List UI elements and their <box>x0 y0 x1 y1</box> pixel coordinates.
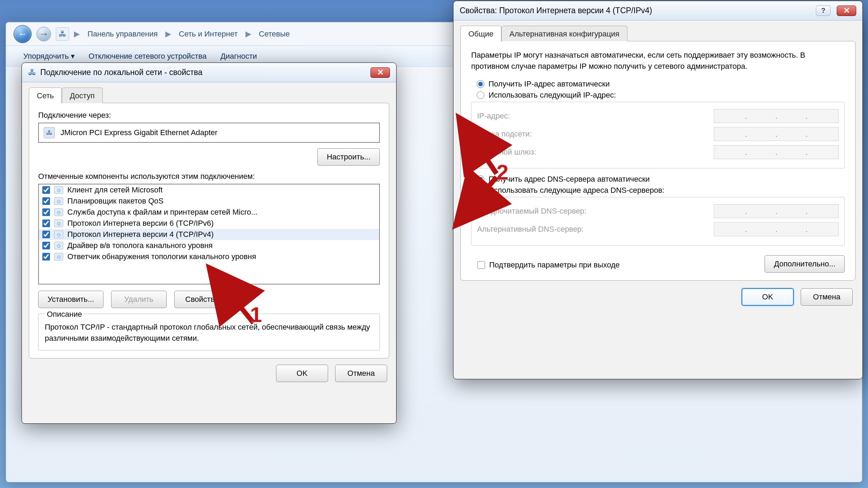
checkbox-input[interactable] <box>42 186 50 194</box>
radio-input[interactable] <box>477 175 484 183</box>
component-label: Протокол Интернета версии 4 (TCP/IPv4) <box>67 230 214 239</box>
components-list[interactable]: ◇Клиент для сетей Microsoft◇Планировщик … <box>38 184 380 284</box>
network-icon: 🖧 <box>28 68 36 77</box>
advanced-button[interactable]: Дополнительно... <box>765 255 845 273</box>
tab-network[interactable]: Сеть <box>29 88 62 103</box>
adapter-field[interactable]: 🖧 JMicron PCI Express Gigabit Ethernet A… <box>38 123 380 143</box>
toolbar-diagnose[interactable]: Диагности <box>220 52 257 61</box>
radio-label: Получить IP-адрес автоматически <box>489 80 610 89</box>
list-item[interactable]: ◇Ответчик обнаружения топологии канально… <box>39 251 379 262</box>
dns2-input: ... <box>714 222 839 236</box>
tab-access[interactable]: Доступ <box>62 88 103 103</box>
dialog-title: Свойства: Протокол Интернета версии 4 (T… <box>460 6 652 15</box>
help-button[interactable]: ? <box>816 6 831 16</box>
ip-input: ... <box>714 109 839 123</box>
mask-label: Маска подсети: <box>477 130 532 139</box>
protocol-icon: ◇ <box>54 242 63 249</box>
adapter-name: JMicron PCI Express Gigabit Ethernet Ada… <box>60 128 217 137</box>
dialog-titlebar[interactable]: Свойства: Протокол Интернета версии 4 (T… <box>453 1 862 20</box>
protocol-icon: ◇ <box>54 197 63 205</box>
ipv4-properties-dialog: Свойства: Протокол Интернета версии 4 (T… <box>453 1 863 379</box>
radio-label: Использовать следующий IP-адрес: <box>489 91 616 100</box>
protocol-icon: ◇ <box>54 231 63 238</box>
checkbox-input[interactable] <box>42 242 50 249</box>
nic-icon: 🖧 <box>44 127 55 138</box>
ok-button[interactable]: OK <box>742 288 794 306</box>
back-button[interactable]: ← <box>14 25 32 43</box>
list-item[interactable]: ◇Протокол Интернета версии 4 (TCP/IPv4) <box>39 229 379 240</box>
mask-input: ... <box>714 127 839 141</box>
connection-properties-dialog: 🖧 Подключение по локальной сети - свойст… <box>22 63 397 424</box>
tab-alt-config[interactable]: Альтернативная конфигурация <box>501 26 627 41</box>
tab-panel-network: Подключение через: 🖧 JMicron PCI Express… <box>29 103 389 358</box>
components-label: Отмеченные компоненты используются этим … <box>38 172 380 181</box>
breadcrumb[interactable]: Панель управления <box>85 30 160 39</box>
description-label: Описание <box>45 310 84 319</box>
chevron-right-icon: ▶ <box>245 30 251 39</box>
close-button[interactable]: ✕ <box>837 6 856 16</box>
tab-panel-general: Параметры IP могут назначаться автоматич… <box>460 41 856 281</box>
checkbox-input[interactable] <box>42 253 50 260</box>
protocol-icon: ◇ <box>54 186 63 194</box>
dialog-titlebar[interactable]: 🖧 Подключение по локальной сети - свойст… <box>22 63 396 82</box>
checkbox-input[interactable] <box>42 220 50 227</box>
protocol-icon: ◇ <box>54 220 63 227</box>
radio-input[interactable] <box>477 91 484 99</box>
gateway-input: ... <box>714 145 839 159</box>
description-group: Описание Протокол TCP/IP - стандартный п… <box>38 314 380 350</box>
checkbox-input[interactable] <box>42 208 50 216</box>
list-item[interactable]: ◇Планировщик пакетов QoS <box>39 196 379 207</box>
toolbar-disable-device[interactable]: Отключение сетевого устройства <box>89 52 207 61</box>
dialog-footer: OK Отмена <box>22 365 387 382</box>
component-label: Ответчик обнаружения топологии канальног… <box>67 252 256 261</box>
toolbar-organize[interactable]: Упорядочить ▾ <box>23 52 75 61</box>
description-text: Протокол TCP/IP - стандартный протокол г… <box>45 322 373 344</box>
list-item[interactable]: ◇Клиент для сетей Microsoft <box>39 184 379 196</box>
dns-fieldset: Предпочитаемый DNS-сервер:... Альтернати… <box>471 197 845 246</box>
chevron-right-icon: ▶ <box>165 30 171 39</box>
forward-button[interactable]: → <box>36 27 51 41</box>
properties-button[interactable]: Свойства <box>174 291 230 308</box>
checkbox-label: Подтвердить параметры при выходе <box>489 260 620 270</box>
radio-input[interactable] <box>477 80 484 88</box>
radio-label: Использовать следующие адреса DNS-сервер… <box>489 186 664 195</box>
ok-button[interactable]: OK <box>276 365 328 382</box>
radio-manual-ip[interactable]: Использовать следующий IP-адрес: <box>477 91 845 100</box>
component-buttons: Установить... Удалить Свойства <box>38 291 380 308</box>
install-button[interactable]: Установить... <box>38 291 103 308</box>
tabs: Сеть Доступ <box>29 87 396 103</box>
close-button[interactable]: ✕ <box>370 67 390 78</box>
configure-button[interactable]: Настроить... <box>317 148 380 166</box>
radio-input[interactable] <box>477 187 484 194</box>
checkbox-input[interactable] <box>477 261 485 269</box>
list-item[interactable]: ◇Протокол Интернета версии 6 (TCP/IPv6) <box>39 218 379 229</box>
breadcrumb[interactable]: Сетевые <box>256 30 293 39</box>
radio-auto-ip[interactable]: Получить IP-адрес автоматически <box>477 80 845 89</box>
list-item[interactable]: ◇Драйвер в/в тополога канального уровня <box>39 240 379 251</box>
ip-label: IP-адрес: <box>477 111 510 121</box>
info-text: Параметры IP могут назначаться автоматич… <box>471 50 845 72</box>
radio-auto-dns[interactable]: Получить адрес DNS-сервера автоматически <box>477 175 845 184</box>
tab-general[interactable]: Общие <box>460 26 501 41</box>
cancel-button[interactable]: Отмена <box>335 365 387 382</box>
checkbox-input[interactable] <box>42 197 50 205</box>
radio-manual-dns[interactable]: Использовать следующие адреса DNS-сервер… <box>477 186 845 195</box>
protocol-icon: ◇ <box>54 253 63 260</box>
component-label: Клиент для сетей Microsoft <box>67 185 162 195</box>
list-item[interactable]: ◇Служба доступа к файлам и принтерам сет… <box>39 207 379 218</box>
protocol-icon: ◇ <box>54 208 63 216</box>
dns1-label: Предпочитаемый DNS-сервер: <box>477 207 586 216</box>
breadcrumb[interactable]: Сеть и Интернет <box>176 30 240 39</box>
confirm-on-exit-checkbox[interactable]: Подтвердить параметры при выходе <box>477 260 620 270</box>
dialog-footer: OK Отмена <box>453 288 853 306</box>
checkbox-input[interactable] <box>42 231 50 238</box>
cancel-button[interactable]: Отмена <box>801 288 853 306</box>
dialog-title: Подключение по локальной сети - свойства <box>40 68 202 77</box>
ip-fieldset: IP-адрес:... Маска подсети:... Основной … <box>471 102 845 168</box>
network-icon: 🖧 <box>56 27 69 41</box>
component-label: Служба доступа к файлам и принтерам сете… <box>67 208 258 217</box>
component-label: Протокол Интернета версии 6 (TCP/IPv6) <box>67 219 214 228</box>
gateway-label: Основной шлюз: <box>477 148 536 157</box>
remove-button: Удалить <box>111 291 167 308</box>
dns2-label: Альтернативный DNS-сервер: <box>477 225 584 234</box>
